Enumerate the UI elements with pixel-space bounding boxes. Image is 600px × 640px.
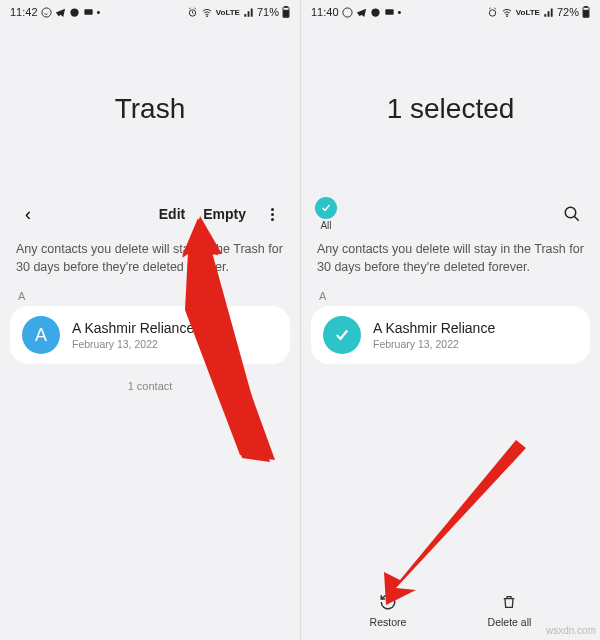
message-icon xyxy=(69,7,80,18)
status-bar: 11:40 • VoLTE 72% xyxy=(301,0,600,24)
svg-rect-7 xyxy=(284,10,289,17)
alarm-icon xyxy=(487,7,498,18)
svg-point-10 xyxy=(342,7,351,16)
screen-trash: 11:42 • VoLTE 71% Trash ‹ Edit Empty xyxy=(0,0,300,640)
svg-point-4 xyxy=(206,15,207,16)
contact-count: 1 contact xyxy=(0,364,300,408)
svg-rect-12 xyxy=(385,9,393,14)
svg-point-0 xyxy=(41,7,50,16)
chat-icon xyxy=(83,7,94,18)
wifi-icon xyxy=(501,7,513,18)
svg-point-18 xyxy=(565,207,576,218)
check-icon xyxy=(315,197,337,219)
status-time: 11:42 xyxy=(10,6,38,18)
annotation-arrow xyxy=(356,440,536,610)
signal-icon xyxy=(243,7,254,18)
toolbar: All xyxy=(301,194,600,234)
chat-icon xyxy=(384,7,395,18)
svg-point-1 xyxy=(70,8,78,16)
battery-icon xyxy=(282,6,290,18)
wifi-icon xyxy=(201,7,213,18)
contact-date: February 13, 2022 xyxy=(72,338,194,350)
status-bar: 11:42 • VoLTE 71% xyxy=(0,0,300,24)
svg-point-13 xyxy=(489,9,495,15)
search-button[interactable] xyxy=(558,200,586,228)
info-text: Any contacts you delete will stay in the… xyxy=(301,234,600,290)
avatar: A xyxy=(22,316,60,354)
contact-row[interactable]: A Kashmir Reliance February 13, 2022 xyxy=(311,306,590,364)
section-header: A xyxy=(0,290,300,306)
svg-rect-17 xyxy=(584,10,589,17)
more-button[interactable] xyxy=(258,200,286,228)
signal-icon xyxy=(543,7,554,18)
whatsapp-icon xyxy=(41,7,52,18)
bottom-bar: Restore Delete all xyxy=(301,591,600,628)
select-all-toggle[interactable]: All xyxy=(315,197,337,231)
svg-rect-2 xyxy=(84,9,92,14)
whatsapp-icon xyxy=(342,7,353,18)
alarm-icon xyxy=(187,7,198,18)
status-time: 11:40 xyxy=(311,6,339,18)
restore-icon xyxy=(377,591,399,613)
message-icon xyxy=(370,7,381,18)
page-title: 1 selected xyxy=(301,24,600,194)
page-title: Trash xyxy=(0,24,300,194)
contact-name: A Kashmir Reliance xyxy=(72,320,194,336)
restore-label: Restore xyxy=(370,616,407,628)
contact-row[interactable]: A A Kashmir Reliance February 13, 2022 xyxy=(10,306,290,364)
edit-button[interactable]: Edit xyxy=(153,202,191,226)
svg-rect-16 xyxy=(585,6,587,7)
back-button[interactable]: ‹ xyxy=(14,200,42,228)
trash-icon xyxy=(498,591,520,613)
restore-button[interactable]: Restore xyxy=(370,591,407,628)
section-header: A xyxy=(301,290,600,306)
dot-icon: • xyxy=(97,6,101,18)
dot-icon: • xyxy=(398,6,402,18)
volte-label: VoLTE xyxy=(216,9,240,16)
telegram-icon xyxy=(55,7,66,18)
screen-selected: 11:40 • VoLTE 72% 1 selected xyxy=(300,0,600,640)
delete-all-label: Delete all xyxy=(488,616,532,628)
empty-button[interactable]: Empty xyxy=(197,202,252,226)
telegram-icon xyxy=(356,7,367,18)
svg-point-11 xyxy=(371,8,379,16)
svg-rect-6 xyxy=(285,6,287,7)
battery-percent: 71% xyxy=(257,6,279,18)
delete-all-button[interactable]: Delete all xyxy=(488,591,532,628)
svg-point-14 xyxy=(506,15,507,16)
contact-name: A Kashmir Reliance xyxy=(373,320,495,336)
volte-label: VoLTE xyxy=(516,9,540,16)
watermark: wsxdn.com xyxy=(546,625,596,636)
battery-percent: 72% xyxy=(557,6,579,18)
contact-date: February 13, 2022 xyxy=(373,338,495,350)
battery-icon xyxy=(582,6,590,18)
all-label: All xyxy=(320,220,331,231)
info-text: Any contacts you delete will stay in the… xyxy=(0,234,300,290)
avatar-selected xyxy=(323,316,361,354)
toolbar: ‹ Edit Empty xyxy=(0,194,300,234)
